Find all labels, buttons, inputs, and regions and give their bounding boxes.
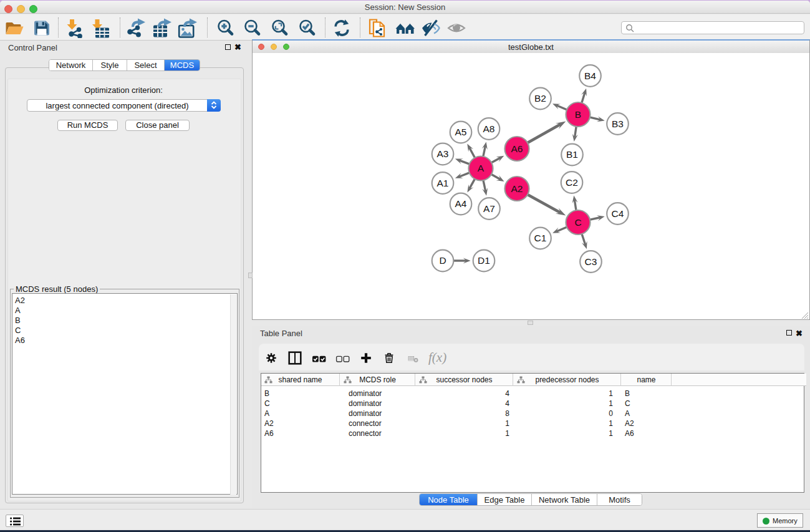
svg-text:A2: A2	[511, 183, 523, 194]
svg-text:A6: A6	[511, 143, 523, 154]
svg-text:B: B	[575, 109, 581, 120]
svg-text:C1: C1	[534, 233, 547, 243]
svg-text:A3: A3	[437, 148, 449, 159]
svg-text:A5: A5	[455, 127, 467, 137]
svg-text:C: C	[574, 217, 581, 228]
svg-text:A8: A8	[483, 123, 495, 134]
svg-text:C3: C3	[585, 256, 597, 267]
svg-text:C2: C2	[566, 177, 578, 188]
svg-text:B4: B4	[584, 70, 596, 81]
svg-text:D: D	[439, 255, 446, 266]
svg-text:B1: B1	[566, 149, 578, 160]
svg-text:A: A	[478, 163, 485, 173]
svg-text:B3: B3	[612, 118, 624, 129]
svg-text:A4: A4	[455, 198, 467, 209]
svg-text:C4: C4	[612, 208, 624, 219]
svg-text:f(x): f(x)	[428, 350, 446, 365]
svg-text:B2: B2	[534, 93, 546, 104]
svg-text:A7: A7	[483, 203, 495, 214]
svg-text:D1: D1	[478, 255, 490, 266]
svg-text:A1: A1	[437, 178, 449, 188]
